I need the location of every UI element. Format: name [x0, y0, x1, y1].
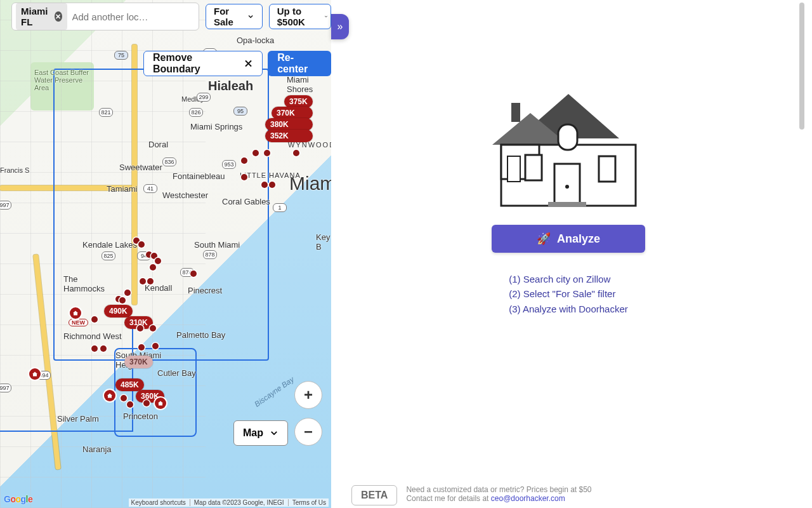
remove-boundary-button[interactable]: Remove Boundary	[143, 51, 263, 76]
marker-home[interactable]	[70, 307, 81, 319]
zoom-controls: + −	[294, 381, 322, 446]
analyze-label: Analyze	[557, 232, 600, 246]
map-type-selector[interactable]: Map	[233, 420, 288, 446]
location-input[interactable]	[71, 11, 194, 23]
price-pill[interactable]: 375K	[284, 95, 313, 108]
marker-dot[interactable]	[293, 150, 299, 156]
svg-point-11	[565, 185, 569, 189]
svg-rect-6	[511, 103, 520, 122]
remove-chip-icon[interactable]: ✕	[55, 11, 62, 22]
footer-contact-text: Contact me for details at	[406, 494, 490, 503]
google-logo: Google	[4, 494, 32, 504]
chevron-down-icon	[324, 12, 328, 21]
remove-boundary-label: Remove Boundary	[153, 52, 237, 75]
location-chip-text: Miami FL	[21, 6, 51, 27]
marker-dot[interactable]	[264, 150, 270, 156]
svg-rect-13	[599, 156, 615, 182]
marker-dot[interactable]	[137, 325, 143, 331]
map-actions: Remove Boundary Re-center	[143, 51, 331, 76]
marker-dot[interactable]	[261, 182, 268, 188]
chevron-down-icon	[247, 12, 254, 21]
marker-dot[interactable]	[155, 258, 161, 264]
map-type-label: Map	[243, 427, 263, 439]
recenter-label: Re-center	[277, 52, 322, 75]
svg-rect-9	[508, 156, 520, 182]
close-icon	[244, 58, 253, 69]
marker-dot[interactable]	[138, 344, 145, 351]
panel-footer: BETA Need a customized data or metric? P…	[351, 485, 785, 508]
marker-dot[interactable]	[252, 150, 259, 156]
location-search[interactable]: Miami FL ✕	[11, 3, 199, 30]
doorhacker-panel: 🚀 Analyze (1) Search city on Zillow (2) …	[332, 0, 804, 508]
price-490[interactable]: 490K	[104, 305, 133, 318]
road-palmetto	[132, 44, 137, 305]
marker-dot[interactable]	[138, 241, 145, 248]
top-bar: Miami FL ✕ For Sale Up to $500K	[11, 3, 331, 30]
beta-badge: BETA	[351, 485, 397, 505]
marker-dot[interactable]	[127, 401, 133, 408]
footer-note: Need a customized data or metric? Prices…	[406, 485, 591, 503]
filter-price[interactable]: Up to $500K	[269, 4, 331, 29]
marker-dot[interactable]	[190, 271, 197, 277]
svg-rect-15	[548, 202, 586, 207]
marker-dot[interactable]	[150, 264, 156, 271]
marker-home[interactable]	[104, 390, 115, 401]
marker-dot[interactable]	[150, 325, 156, 331]
marker-dot[interactable]	[140, 278, 146, 284]
zillow-map-pane: Miami Hialeah Opa-locka Miami Gardens Mi…	[0, 0, 331, 508]
marker-dot[interactable]	[152, 343, 159, 349]
filter-for-sale-label: For Sale	[214, 6, 241, 27]
zoom-in-button[interactable]: +	[294, 381, 322, 409]
marker-dot[interactable]	[121, 395, 127, 401]
step-1: (1) Search city on Zillow	[509, 272, 628, 286]
marker-dot[interactable]	[147, 278, 154, 284]
marker-dot[interactable]	[119, 297, 126, 304]
house-illustration	[492, 75, 645, 208]
attr-shortcuts[interactable]: Keyboard shortcuts	[131, 499, 186, 506]
svg-rect-12	[558, 124, 577, 150]
price-370-faded[interactable]: 370K	[124, 356, 153, 368]
marker-dot[interactable]	[91, 345, 98, 352]
marker-dot[interactable]	[124, 290, 131, 296]
recenter-button[interactable]: Re-center	[268, 51, 331, 76]
attr-data: Map data ©2023 Google, INEGI	[194, 499, 284, 506]
location-chip[interactable]: Miami FL ✕	[16, 3, 67, 30]
price-cluster-ne[interactable]: 375K 370K 380K 352K	[265, 95, 313, 142]
marker-dot[interactable]	[241, 174, 247, 180]
marker-dot[interactable]	[91, 316, 98, 323]
marker-home[interactable]	[155, 398, 166, 409]
filter-for-sale[interactable]: For Sale	[206, 4, 263, 29]
scrollbar[interactable]	[799, 3, 804, 130]
marker-dot[interactable]	[143, 400, 150, 406]
price-pill[interactable]: 490K	[104, 305, 133, 318]
road-us41	[0, 185, 133, 190]
footer-email-link[interactable]: ceo@doorhacker.com	[491, 494, 565, 503]
analyze-button[interactable]: 🚀 Analyze	[492, 225, 645, 253]
price-pill[interactable]: 352K	[265, 130, 313, 142]
price-pill[interactable]: 370K	[272, 107, 313, 119]
price-pill[interactable]: 485K	[115, 378, 144, 391]
chevron-right-icon: »	[337, 21, 343, 32]
rocket-icon: 🚀	[537, 232, 551, 246]
marker-dot[interactable]	[100, 345, 107, 352]
price-pill[interactable]: 380K	[265, 118, 313, 131]
attr-terms[interactable]: Terms of Us	[292, 499, 326, 506]
svg-rect-14	[525, 155, 542, 180]
map-attribution: Keyboard shortcuts Map data ©2023 Google…	[129, 498, 329, 507]
step-3: (3) Analyze with Doorhacker	[509, 302, 628, 316]
price-pill[interactable]: 370K	[124, 356, 153, 368]
footer-note-line1: Need a customized data or metric? Prices…	[406, 485, 591, 494]
collapse-panel-tab[interactable]: »	[331, 14, 349, 39]
marker-dot[interactable]	[241, 157, 247, 164]
chevron-down-icon	[270, 429, 278, 438]
step-2: (2) Select "For Sale" filter	[509, 286, 628, 301]
filter-price-label: Up to $500K	[277, 6, 318, 27]
onboarding-steps: (1) Search city on Zillow (2) Select "Fo…	[509, 272, 628, 316]
marker-home[interactable]	[29, 368, 41, 380]
zoom-out-button[interactable]: −	[294, 418, 322, 446]
marker-dot[interactable]	[269, 182, 275, 188]
tag-new[interactable]: NEW	[69, 319, 88, 326]
price-485[interactable]: 485K	[115, 378, 144, 391]
